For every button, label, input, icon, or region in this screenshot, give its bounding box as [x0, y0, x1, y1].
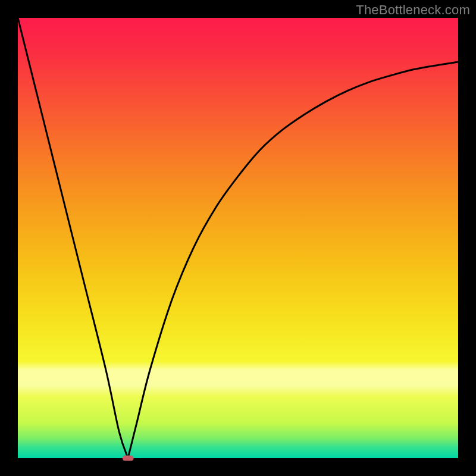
chart-svg: [18, 18, 458, 458]
gradient-backdrop: [18, 18, 458, 458]
chart-frame: TheBottleneck.com: [0, 0, 476, 476]
optimal-marker: [123, 456, 134, 461]
watermark-label: TheBottleneck.com: [356, 2, 470, 18]
plot-area: [18, 18, 458, 458]
